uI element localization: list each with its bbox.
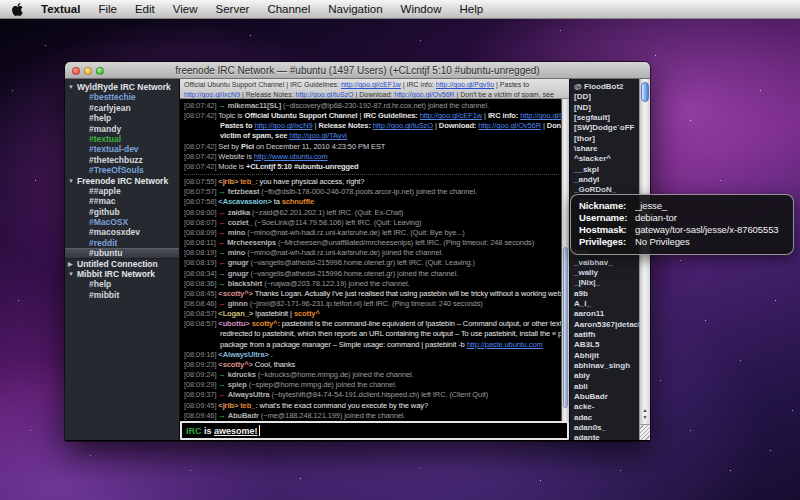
chat-line: [08:09:23] <scotty^> Cool, thanks: [184, 360, 561, 370]
menu-item-textual[interactable]: Textual: [32, 3, 89, 15]
userlist-item[interactable]: __skpl: [570, 165, 639, 175]
userlist-item[interactable]: _|Nix|_: [570, 278, 639, 288]
message-text: mino: [228, 228, 248, 237]
window-resize-grip[interactable]: [640, 424, 650, 440]
userlist-item[interactable]: ^slacker^: [570, 154, 639, 164]
message-link[interactable]: http://goo.gl/Pgv9o: [520, 111, 561, 120]
userlist-item[interactable]: aatifh: [570, 330, 639, 340]
sidebar-channel[interactable]: #textual: [65, 134, 179, 144]
userlist-item[interactable]: [segfault]: [570, 113, 639, 123]
sidebar-channel[interactable]: #MacOSX: [65, 217, 179, 227]
userlist-item[interactable]: abli: [570, 382, 639, 392]
chevron-expanded-icon[interactable]: ▼: [68, 176, 77, 186]
userlist-item[interactable]: _andyl: [570, 175, 639, 185]
chat-scrollbar[interactable]: [561, 99, 569, 421]
window-titlebar[interactable]: freenode IRC Network — #ubuntu (1497 Use…: [65, 62, 650, 79]
userlist-item[interactable]: [ND]: [570, 103, 639, 113]
message-text: →: [218, 411, 227, 420]
sidebar-server-header[interactable]: ▼Freenode IRC Network: [65, 176, 179, 186]
userlist-item[interactable]: adan0s_: [570, 423, 639, 433]
apple-menu-icon[interactable]: [0, 3, 32, 16]
message-link[interactable]: http://goo.gl/ixcN9: [254, 121, 312, 130]
sidebar-server-header[interactable]: ▼Mibbit IRC Network: [65, 269, 179, 279]
topic-link[interactable]: http://goo.gl/Ov56R: [394, 91, 454, 98]
userlist-item[interactable]: A_I_: [570, 299, 639, 309]
userlist-item[interactable]: abhinav_singh: [570, 361, 639, 371]
message-link[interactable]: http://goo.gl/tuSzO: [373, 121, 433, 130]
message-text: →: [218, 380, 227, 389]
userlist-item[interactable]: aaron11: [570, 309, 639, 319]
chevron-collapsed-icon[interactable]: ▶: [68, 259, 77, 269]
sidebar-channel[interactable]: #mibbit: [65, 290, 179, 300]
menu-item-navigation[interactable]: Navigation: [319, 3, 391, 15]
topic-link[interactable]: http://goo.gl/tuSzO: [296, 91, 354, 98]
message-input[interactable]: IRC is awesome!: [180, 421, 569, 440]
message-link[interactable]: http://paste.ubuntu.com: [467, 340, 543, 349]
close-button[interactable]: [72, 67, 80, 75]
userlist-item[interactable]: [thor]: [570, 134, 639, 144]
userlist-item[interactable]: a9b: [570, 289, 639, 299]
sidebar-channel[interactable]: #macosxdev: [65, 227, 179, 237]
message-link[interactable]: http://goo.gl/TAyvj: [289, 131, 346, 140]
chat-line: [08:09:29] → spiep (~spiep@home.mmpg.de)…: [184, 380, 561, 390]
sidebar-channel[interactable]: #besttechie: [65, 92, 179, 102]
sidebar-channel[interactable]: #thetechbuzz: [65, 155, 179, 165]
userlist-item[interactable]: acke-: [570, 402, 639, 412]
sidebar-channel[interactable]: #carlyjean: [65, 103, 179, 113]
userlist-item[interactable]: [DD]: [570, 92, 639, 102]
message-link[interactable]: http://goo.gl/Ov56R: [478, 121, 541, 130]
userlist-item[interactable]: _wally: [570, 268, 639, 278]
sidebar-channel[interactable]: ##mac: [65, 196, 179, 206]
sidebar-server-header[interactable]: ▶Untitled Connection: [65, 259, 179, 269]
chat-scrollbar-thumb[interactable]: [563, 247, 568, 408]
menu-item-edit[interactable]: Edit: [126, 3, 164, 15]
menu-item-channel[interactable]: Channel: [258, 3, 319, 15]
user-info-tooltip: Nickname:_jesse_Username:debian-torHostm…: [570, 194, 794, 255]
scroll-up-arrow-icon[interactable]: ▲: [643, 407, 648, 413]
sidebar-channel[interactable]: #help: [65, 279, 179, 289]
userlist-item[interactable]: adac: [570, 413, 639, 423]
menu-item-view[interactable]: View: [164, 3, 207, 15]
sidebar-channel[interactable]: #mandy: [65, 124, 179, 134]
topic-link[interactable]: http://goo.gl/cEF1w: [341, 81, 401, 88]
tooltip-label: Privileges:: [579, 236, 635, 248]
message-link[interactable]: http://goo.gl/cEF1w: [420, 111, 482, 120]
sidebar-channel[interactable]: ##apple: [65, 186, 179, 196]
menu-item-server[interactable]: Server: [207, 3, 259, 15]
message-text: (~byteshift@84-74-54-191.dclient.hispeed…: [272, 390, 489, 399]
message-link[interactable]: http://www.ubuntu.com: [254, 152, 328, 161]
chevron-expanded-icon[interactable]: ▼: [68, 82, 77, 92]
menu-item-window[interactable]: Window: [392, 3, 451, 15]
chat-line: [08:07:42] Website is http://www.ubuntu.…: [184, 152, 561, 162]
userlist-item[interactable]: Aaron5367|detach: [570, 320, 639, 330]
userlist-item[interactable]: [SW]Dodge`oFF: [570, 123, 639, 133]
userlist-scrollbar-thumb[interactable]: [641, 82, 649, 102]
zoom-button[interactable]: [96, 67, 104, 75]
scroll-down-arrow-icon[interactable]: ▼: [643, 414, 648, 420]
tooltip-label: Hostmask:: [579, 224, 635, 236]
menu-item-help[interactable]: Help: [450, 3, 492, 15]
userlist-item[interactable]: _vaibhav_: [570, 258, 639, 268]
sidebar-server-header[interactable]: ▼WyldRyde IRC Network: [65, 82, 179, 92]
sidebar-channel[interactable]: #help: [65, 113, 179, 123]
userlist-item[interactable]: Abhijit: [570, 351, 639, 361]
menu-item-file[interactable]: File: [89, 3, 126, 15]
userlist-item[interactable]: abiy: [570, 371, 639, 381]
minimize-button[interactable]: [84, 67, 92, 75]
topic-link[interactable]: http://goo.gl/ixcN9: [184, 91, 240, 98]
userlist-item[interactable]: AB3L5: [570, 340, 639, 350]
sidebar-channel[interactable]: #ubuntu: [65, 248, 179, 258]
userlist-scrollbar[interactable]: ▲ ▼: [639, 79, 650, 440]
chevron-expanded-icon[interactable]: ▼: [68, 269, 77, 279]
userlist-item[interactable]: \share: [570, 144, 639, 154]
userlist-item[interactable]: @ FloodBot2: [570, 82, 639, 92]
sidebar-channel[interactable]: #TreeOfSouls: [65, 165, 179, 175]
message-text: teb_:: [240, 401, 257, 410]
message-text: (~fb@dslb-178-000-246-078.pools.arcor-ip…: [261, 187, 477, 196]
userlist-item[interactable]: adante: [570, 433, 639, 440]
sidebar-channel[interactable]: #reddit: [65, 238, 179, 248]
sidebar-channel[interactable]: #github: [65, 207, 179, 217]
topic-link[interactable]: http://goo.gl/Pgv9o: [436, 81, 494, 88]
userlist-item[interactable]: AbuBadr: [570, 392, 639, 402]
sidebar-channel[interactable]: #textual-dev: [65, 144, 179, 154]
